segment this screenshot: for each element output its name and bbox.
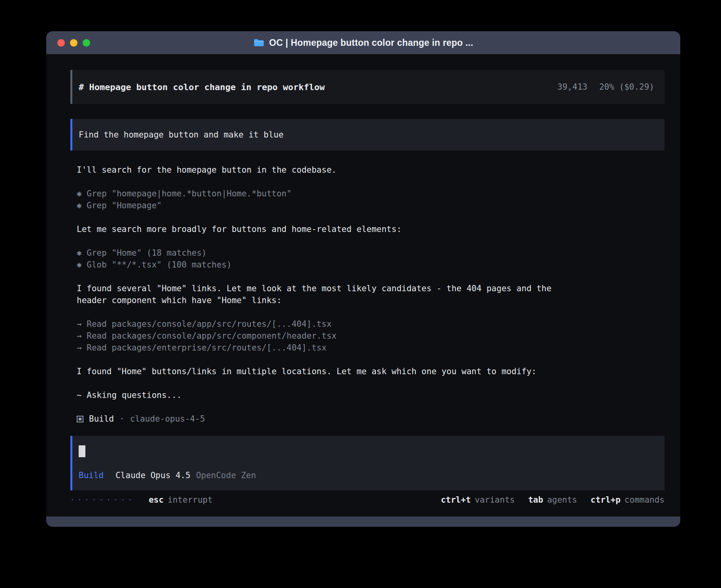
tool-call-line: ✱ Grep "Home" (18 matches): [77, 247, 664, 259]
session-header: # Homepage button color change in repo w…: [70, 70, 664, 104]
tool-read-line: → Read packages/console/app/src/routes/[…: [77, 318, 664, 330]
agent-status-row: Build · claude-opus-4-5: [77, 413, 664, 425]
tool-read-line: → Read packages/enterprise/src/routes/[.…: [77, 342, 664, 354]
agent-build-icon: [77, 416, 83, 422]
agent-model: claude-opus-4-5: [130, 413, 205, 425]
context-usage: 20% ($0.29): [599, 82, 654, 92]
session-stats: 39,413 20% ($0.29): [557, 82, 654, 92]
zoom-button[interactable]: [83, 39, 90, 47]
prompt-input[interactable]: Build Claude Opus 4.5 OpenCode Zen: [70, 436, 664, 490]
assistant-text: Let me search more broadly for buttons a…: [77, 223, 664, 235]
assistant-text: I found several "Home" links. Let me loo…: [77, 283, 664, 294]
user-message: Find the homepage button and make it blu…: [70, 119, 664, 151]
shortcut-label: agents: [547, 495, 577, 505]
token-count: 39,413: [557, 82, 587, 92]
input-mode-row: Build Claude Opus 4.5 OpenCode Zen: [79, 471, 658, 480]
statusbar-left: ········· esc interrupt: [70, 495, 213, 505]
shortcut-commands: ctrl+p commands: [591, 495, 664, 505]
shortcut-agents: tab agents: [528, 495, 577, 505]
statusbar: ········· esc interrupt ctrl+t variants …: [70, 495, 664, 505]
text-cursor: [79, 445, 85, 457]
shortcut-key: esc: [149, 495, 164, 505]
assistant-response: I'll search for the homepage button in t…: [70, 164, 664, 425]
statusbar-right: ctrl+t variants tab agents ctrl+p comman…: [441, 495, 664, 505]
assistant-text: I'll search for the homepage button in t…: [77, 164, 664, 176]
asking-questions-status: ~ Asking questions...: [77, 389, 664, 401]
user-message-text: Find the homepage button and make it blu…: [79, 130, 283, 139]
shortcut-key: tab: [528, 495, 543, 505]
traffic-lights: [57, 39, 90, 47]
provider-label: OpenCode Zen: [196, 471, 256, 480]
minimize-button[interactable]: [70, 39, 77, 47]
terminal-content: # Homepage button color change in repo w…: [46, 54, 680, 505]
assistant-text: header component which have "Home" links…: [77, 294, 664, 306]
shortcut-interrupt: esc interrupt: [149, 495, 213, 505]
agent-name: Build: [89, 413, 114, 425]
shortcut-label: variants: [475, 495, 515, 505]
assistant-text: I found "Home" buttons/links in multiple…: [77, 366, 664, 377]
close-button[interactable]: [57, 39, 65, 47]
shortcut-key: ctrl+t: [441, 495, 471, 505]
shortcut-key: ctrl+p: [591, 495, 621, 505]
tool-call-line: ✱ Glob "**/*.tsx" (100 matches): [77, 259, 664, 271]
terminal-window: OC | Homepage button color change in rep…: [46, 31, 680, 527]
title-group: OC | Homepage button color change in rep…: [46, 31, 680, 54]
agent-separator: ·: [119, 413, 125, 425]
shortcut-variants: ctrl+t variants: [441, 495, 515, 505]
spinner-dots-icon: ·········: [70, 496, 135, 504]
model-label: Claude Opus 4.5: [115, 471, 191, 480]
titlebar[interactable]: OC | Homepage button color change in rep…: [46, 31, 680, 54]
tool-call-line: ✱ Grep "homepage|home.*button|Home.*butt…: [77, 188, 664, 200]
tool-read-line: → Read packages/console/app/src/componen…: [77, 330, 664, 342]
folder-icon: [253, 38, 264, 47]
tool-call-line: ✱ Grep "Homepage": [77, 200, 664, 211]
mode-badge[interactable]: Build: [79, 471, 104, 480]
window-title: OC | Homepage button color change in rep…: [269, 38, 473, 48]
shortcut-label: interrupt: [168, 495, 213, 505]
window-footer: [46, 516, 680, 527]
session-title: # Homepage button color change in repo w…: [79, 82, 325, 92]
shortcut-label: commands: [625, 495, 664, 505]
